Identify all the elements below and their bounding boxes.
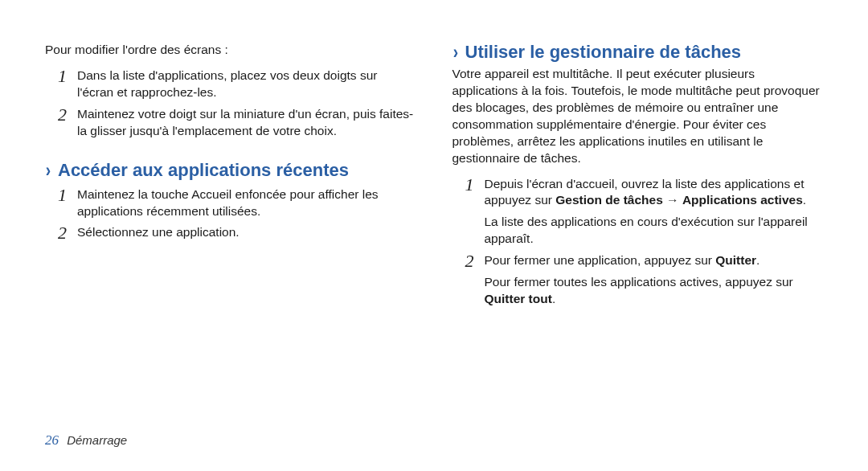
bold-text: Quitter [715, 253, 756, 267]
step-text-suffix: . [803, 193, 806, 207]
step-subtext-part: Pour fermer toutes les applications acti… [485, 275, 793, 289]
page-footer: 26 Démarrage [45, 432, 127, 448]
step-text: Maintenez la touche Accueil enfoncée pou… [77, 186, 416, 220]
left-intro: Pour modifier l'ordre des écrans : [45, 42, 416, 59]
step-body: Depuis l'écran d'accueil, ouvrez la list… [485, 176, 824, 248]
list-item: 2 Pour fermer une application, appuyez s… [452, 250, 824, 310]
step-text: Dans la liste d'applications, placez vos… [77, 68, 416, 101]
list-item: 1 Dans la liste d'applications, placez v… [45, 65, 416, 104]
step-number: 2 [58, 106, 69, 140]
section-heading-recent-apps: › Accéder aux applications récentes [45, 160, 416, 181]
step-body: Pour fermer une application, appuyez sur… [485, 252, 824, 308]
step-number: 2 [465, 252, 477, 308]
step-subtext: La liste des applications en cours d'exé… [485, 214, 824, 248]
step-subtext-suffix: . [552, 292, 555, 305]
chevron-right-icon: › [452, 43, 457, 62]
bold-text: Quitter tout [485, 292, 552, 305]
page-columns: Pour modifier l'ordre des écrans : 1 Dan… [45, 42, 823, 310]
page-section-label: Démarrage [67, 433, 127, 447]
step-text-suffix: . [756, 253, 760, 267]
left-column: Pour modifier l'ordre des écrans : 1 Dan… [45, 42, 416, 310]
arrow-text: → [663, 193, 682, 207]
step-number: 1 [58, 68, 69, 101]
step-text: Maintenez votre doigt sur la miniature d… [77, 106, 416, 140]
chevron-right-icon: › [46, 161, 51, 180]
list-item: 2 Sélectionnez une application. [45, 222, 416, 244]
step-text: Pour fermer une application, appuyez sur [485, 253, 716, 267]
right-column: › Utiliser le gestionnaire de tâches Vot… [452, 42, 824, 310]
step-number: 1 [58, 186, 69, 220]
right-intro: Votre appareil est multitâche. Il peut e… [452, 66, 824, 167]
step-number: 2 [58, 224, 69, 242]
bold-text: Gestion de tâches [555, 193, 663, 207]
section-title-text: Utiliser le gestionnaire de tâches [465, 42, 742, 63]
section-heading-task-manager: › Utiliser le gestionnaire de tâches [452, 42, 824, 63]
step-text: Sélectionnez une application. [77, 224, 416, 242]
page-number: 26 [45, 432, 59, 448]
list-item: 1 Depuis l'écran d'accueil, ouvrez la li… [452, 174, 824, 251]
list-item: 2 Maintenez votre doigt sur la miniature… [45, 104, 416, 142]
section-title-text: Accéder aux applications récentes [58, 160, 349, 181]
bold-text: Applications actives [682, 193, 803, 207]
step-subtext: Pour fermer toutes les applications acti… [485, 274, 824, 308]
list-item: 1 Maintenez la touche Accueil enfoncée p… [45, 184, 416, 223]
step-number: 1 [465, 176, 477, 248]
